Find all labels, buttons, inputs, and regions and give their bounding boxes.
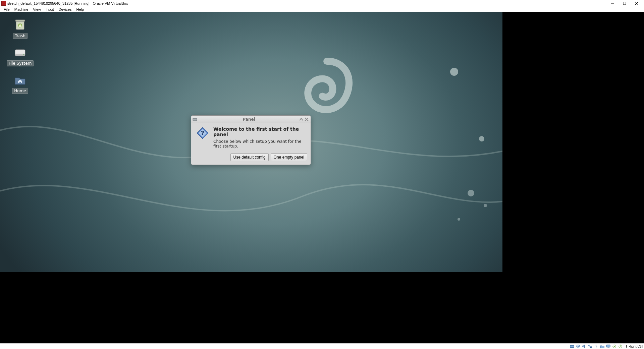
panel-dialog: Panel ? Welcome to the first start of th… [191, 115, 311, 165]
wallpaper-dot [479, 136, 484, 141]
status-display-icon[interactable] [605, 344, 611, 349]
hostkey-arrow-icon: ⬇ [625, 344, 628, 349]
dialog-close-button[interactable] [304, 117, 309, 122]
desktop-icon-label: Home [12, 88, 28, 94]
dialog-titlebar[interactable]: Panel [191, 116, 311, 123]
status-hard-disk-icon[interactable] [569, 344, 575, 349]
host-key-label: Right Ctrl [629, 345, 643, 348]
svg-text:?: ? [201, 129, 204, 136]
virtualbox-app-icon [1, 1, 6, 6]
desktop-icon-filesystem[interactable]: File System [9, 46, 32, 66]
host-window-title: stretch_default_1544810295640_31285 [Run… [7, 1, 128, 5]
wallpaper-dot [458, 218, 460, 221]
status-recording-icon[interactable] [611, 344, 617, 349]
trash-icon [13, 18, 27, 32]
wallpaper-dot [484, 204, 487, 207]
menu-machine[interactable]: Machine [12, 7, 31, 12]
menu-view[interactable]: View [31, 7, 43, 12]
svg-rect-24 [607, 348, 609, 348]
wallpaper-dot [450, 68, 458, 76]
status-network-icon[interactable] [587, 344, 593, 349]
dialog-message: Choose below which setup you want for th… [213, 139, 306, 149]
guest-viewport-wrap: Trash File System Home Panel [0, 12, 644, 343]
status-cpu-icon[interactable] [618, 344, 623, 349]
wallpaper-dot [468, 190, 474, 196]
host-key-indicator[interactable]: ⬇ Right Ctrl [625, 344, 643, 349]
home-folder-icon [13, 73, 27, 86]
svg-point-22 [596, 345, 596, 345]
svg-point-26 [613, 346, 615, 347]
svg-rect-17 [570, 345, 574, 348]
dialog-shade-button[interactable] [299, 117, 304, 122]
svg-rect-1 [623, 2, 626, 5]
svg-rect-11 [193, 118, 197, 119]
drive-icon [13, 46, 27, 59]
status-audio-icon[interactable] [581, 344, 587, 349]
host-window-titlebar: stretch_default_1544810295640_31285 [Run… [0, 0, 644, 6]
desktop-icon-label: File System [7, 60, 34, 66]
svg-rect-5 [15, 20, 25, 21]
desktop-icon-home[interactable]: Home [9, 73, 32, 94]
menu-devices[interactable]: Devices [56, 7, 74, 12]
menu-input[interactable]: Input [43, 7, 56, 12]
svg-point-19 [578, 346, 579, 347]
status-shared-folders-icon[interactable] [599, 344, 605, 349]
menu-file[interactable]: File [1, 7, 12, 12]
svg-rect-23 [606, 345, 610, 347]
svg-point-9 [23, 54, 24, 55]
maximize-button[interactable] [619, 0, 631, 6]
host-window-menubar: File Machine View Input Devices Help [0, 6, 644, 12]
debian-swirl-icon [292, 51, 356, 123]
panel-icon [193, 117, 197, 122]
dialog-title: Panel [199, 117, 299, 122]
use-default-config-button[interactable]: Use default config [230, 153, 269, 161]
menu-help[interactable]: Help [74, 7, 87, 12]
status-optical-drive-icon[interactable] [575, 344, 581, 349]
svg-rect-20 [589, 345, 590, 346]
close-button[interactable] [631, 0, 643, 6]
dialog-heading: Welcome to the first start of the panel [213, 126, 306, 137]
status-usb-icon[interactable] [593, 344, 599, 349]
question-icon: ? [196, 126, 209, 140]
one-empty-panel-button[interactable]: One empty panel [271, 153, 307, 161]
host-status-bar: ⬇ Right Ctrl [0, 343, 644, 349]
guest-desktop[interactable]: Trash File System Home Panel [0, 12, 502, 272]
minimize-button[interactable] [606, 0, 619, 6]
desktop-icon-label: Trash [13, 33, 28, 39]
desktop-icon-trash[interactable]: Trash [9, 18, 32, 39]
